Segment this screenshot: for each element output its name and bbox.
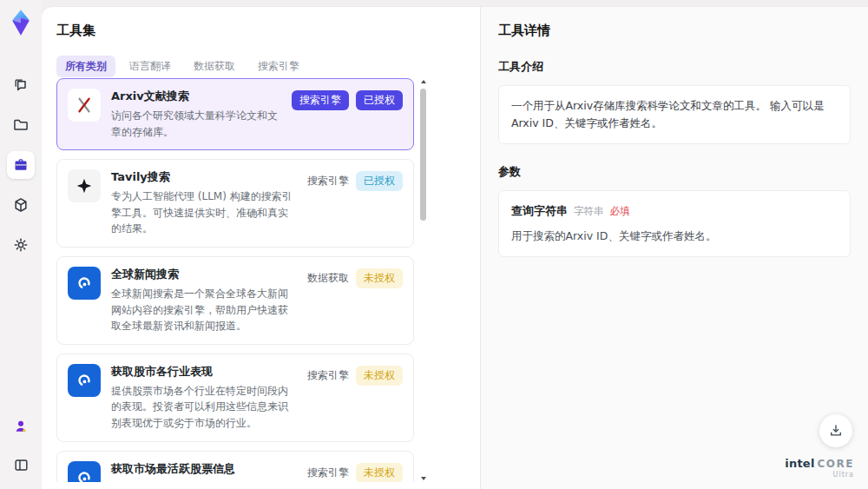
tool-tags: 搜索引擎 未授权	[307, 461, 403, 482]
collapse-sidebar-icon[interactable]	[7, 451, 35, 479]
param-header: 查询字符串 字符串 必填	[511, 202, 838, 221]
download-icon	[828, 423, 844, 439]
chat-icon[interactable]	[7, 71, 35, 99]
tool-description: 提供当天交易量最高的股票列表，投资者可以利用这些信息来识别流动性强的股票和潜在的…	[111, 480, 297, 482]
tool-card-arxiv[interactable]: Arxiv文献搜索 访问各个研究领域大量科学论文和文章的存储库。 搜索引擎 已授…	[56, 78, 414, 150]
intro-heading: 工具介绍	[498, 59, 851, 75]
tab-language-translation[interactable]: 语言翻译	[121, 56, 180, 77]
tool-card-tavily[interactable]: Tavily搜索 专为人工智能代理 (LLM) 构建的搜索引擎工具。可快速提供实…	[56, 159, 414, 248]
tool-description: 访问各个研究领域大量科学论文和文章的存储库。	[111, 108, 281, 140]
param-type: 字符串	[574, 203, 604, 219]
intro-text: 一个用于从Arxiv存储库搜索科学论文和文章的工具。 输入可以是Arxiv ID…	[511, 99, 825, 129]
app-logo-icon[interactable]	[8, 9, 34, 36]
tool-description: 提供股票市场各个行业在特定时间段内的表现。投资者可以利用这些信息来识别表现优于或…	[111, 383, 297, 432]
folder-icon[interactable]	[7, 111, 35, 139]
tool-name: Tavily搜索	[111, 169, 297, 185]
detail-title: 工具详情	[498, 23, 851, 39]
intel-core-logo: intel CORE Ultra	[785, 458, 854, 479]
tool-tags: 数据获取 未授权	[307, 267, 403, 334]
param-description: 用于搜索的Arxiv ID、关键字或作者姓名。	[511, 228, 838, 245]
tool-cards-list: Arxiv文献搜索 访问各个研究领域大量科学论文和文章的存储库。 搜索引擎 已授…	[56, 78, 414, 482]
category-label: 搜索引擎	[307, 171, 349, 188]
category-label: 搜索引擎	[307, 463, 349, 480]
tools-nav-icon[interactable]	[7, 151, 35, 179]
account-avatar-icon[interactable]	[7, 413, 35, 440]
tool-card-global-news[interactable]: 全球新闻搜索 全球新闻搜索是一个聚合全球各大新闻网站内容的搜索引擎，帮助用户快速…	[56, 256, 414, 345]
scroll-up-arrow-icon[interactable]	[421, 80, 426, 83]
tool-list-pane: 工具集 所有类别 语言翻译 数据获取 搜索引擎 Arxiv文献搜索 访问各个研究…	[42, 7, 438, 489]
tool-tags: 搜索引擎 未授权	[307, 364, 403, 432]
global-news-icon	[68, 267, 101, 300]
tool-name: Arxiv文献搜索	[111, 89, 281, 104]
settings-gear-icon[interactable]	[7, 231, 35, 259]
tool-card-body: 获取股市各行业表现 提供股票市场各个行业在特定时间段内的表现。投资者可以利用这些…	[111, 364, 297, 432]
tool-card-active-stocks[interactable]: 获取市场最活跃股票信息 提供当天交易量最高的股票列表，投资者可以利用这些信息来识…	[56, 451, 414, 482]
tool-description: 专为人工智能代理 (LLM) 构建的搜索引擎工具。可快速提供实时、准确和真实的结…	[111, 188, 297, 237]
scroll-down-arrow-icon[interactable]	[421, 477, 426, 480]
arxiv-icon	[68, 89, 101, 122]
tool-card-body: Arxiv文献搜索 访问各个研究领域大量科学论文和文章的存储库。	[111, 89, 281, 140]
category-tabs: 所有类别 语言翻译 数据获取 搜索引擎	[56, 56, 438, 77]
param-name: 查询字符串	[511, 202, 568, 221]
tool-description: 全球新闻搜索是一个聚合全球各大新闻网站内容的搜索引擎，帮助用户快速获取全球最新资…	[111, 286, 297, 334]
category-label: 数据获取	[307, 268, 349, 286]
page-title: 工具集	[56, 23, 438, 39]
tool-detail-pane: 工具详情 工具介绍 一个用于从Arxiv存储库搜索科学论文和文章的工具。 输入可…	[480, 7, 868, 489]
main-panel: 工具集 所有类别 语言翻译 数据获取 搜索引擎 Arxiv文献搜索 访问各个研究…	[42, 7, 868, 489]
sector-performance-icon	[68, 364, 101, 397]
intel-wordmark: intel	[785, 458, 814, 469]
tool-tags: 搜索引擎 已授权	[292, 89, 403, 140]
tool-name: 获取股市各行业表现	[111, 364, 297, 380]
tool-name: 全球新闻搜索	[111, 267, 297, 282]
ultra-wordmark: Ultra	[785, 472, 854, 479]
tool-name: 获取市场最活跃股票信息	[111, 461, 297, 477]
param-required-flag: 必填	[610, 203, 630, 219]
tool-tags: 搜索引擎 已授权	[307, 169, 403, 237]
tab-all-categories[interactable]: 所有类别	[56, 56, 115, 77]
scrollbar-thumb[interactable]	[420, 89, 426, 221]
intro-box: 一个用于从Arxiv存储库搜索科学论文和文章的工具。 输入可以是Arxiv ID…	[498, 85, 851, 144]
left-rail	[0, 0, 42, 489]
auth-status-badge: 已授权	[356, 171, 403, 191]
list-scrollbar[interactable]	[420, 80, 427, 480]
auth-status-badge: 未授权	[356, 268, 403, 288]
param-box: 查询字符串 字符串 必填 用于搜索的Arxiv ID、关键字或作者姓名。	[498, 190, 851, 257]
auth-status-badge: 未授权	[356, 366, 403, 386]
tool-card-sector-performance[interactable]: 获取股市各行业表现 提供股票市场各个行业在特定时间段内的表现。投资者可以利用这些…	[56, 354, 414, 442]
tool-card-body: Tavily搜索 专为人工智能代理 (LLM) 构建的搜索引擎工具。可快速提供实…	[111, 169, 297, 237]
tavily-icon	[68, 169, 101, 202]
tab-search-engine[interactable]: 搜索引擎	[249, 56, 308, 77]
category-label: 搜索引擎	[307, 366, 349, 383]
active-stocks-icon	[68, 461, 101, 482]
params-heading: 参数	[498, 164, 851, 180]
core-wordmark: CORE	[818, 459, 854, 469]
category-badge: 搜索引擎	[292, 90, 349, 110]
tool-card-body: 全球新闻搜索 全球新闻搜索是一个聚合全球各大新闻网站内容的搜索引擎，帮助用户快速…	[111, 267, 297, 334]
auth-status-badge: 未授权	[356, 463, 403, 482]
auth-status-badge: 已授权	[356, 90, 403, 110]
packages-icon[interactable]	[7, 191, 35, 219]
tool-card-body: 获取市场最活跃股票信息 提供当天交易量最高的股票列表，投资者可以利用这些信息来识…	[111, 461, 297, 482]
download-button[interactable]	[819, 414, 852, 447]
tab-data-acquisition[interactable]: 数据获取	[185, 56, 244, 77]
